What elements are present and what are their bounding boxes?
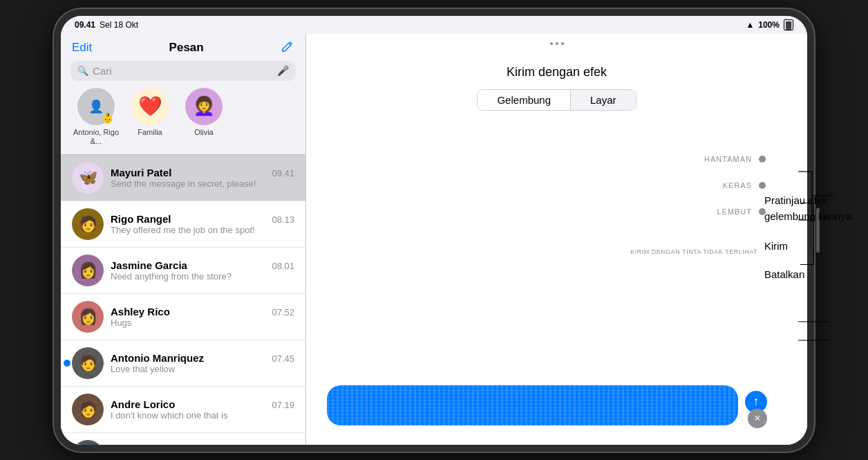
search-icon: 🔍 — [77, 66, 88, 76]
status-time: 09.41 — [75, 20, 95, 30]
annotation-preview-2: gelembung lainnya. — [764, 209, 854, 223]
compose-button[interactable] — [281, 39, 294, 57]
mic-icon[interactable]: 🎤 — [277, 65, 289, 76]
avatar: 🧔 — [72, 440, 104, 445]
battery-status: 100% — [758, 20, 780, 30]
msg-preview: Send the message in secret, please! — [111, 178, 294, 189]
annotation-cancel: Batalkan — [764, 268, 804, 280]
msg-preview: They offered me the job on the spot! — [111, 225, 294, 235]
effect-panel-title: Kirim dengan efek — [507, 65, 607, 80]
list-item[interactable]: 🧑 Andre Lorico 07.19 I don't know which … — [61, 387, 305, 433]
msg-name: Andre Lorico — [111, 398, 175, 410]
effect-item-keras[interactable]: KERAS — [723, 181, 766, 190]
avatar: 🧑 — [72, 208, 104, 240]
search-placeholder: Cari — [93, 65, 273, 77]
list-item[interactable]: 👩 Jasmine Garcia 08.01 Need anything fro… — [61, 248, 305, 294]
effect-label-lembut: LEMBUT — [717, 208, 752, 216]
pinned-contact-antonio[interactable]: 👤 👶 Antonio, Rigo &... — [72, 88, 120, 146]
avatar: 👩 — [72, 255, 104, 286]
pinned-contact-olivia[interactable]: 👩‍🦱 Olivia — [180, 88, 228, 146]
sidebar: Edit Pesan 🔍 Cari 🎤 — [61, 34, 306, 445]
list-item[interactable]: 🧑 Antonio Manriquez 07.45 Love that yell… — [61, 340, 305, 387]
wifi-icon: ▲ — [746, 20, 754, 30]
msg-preview: I don't know which one that is — [111, 410, 294, 421]
msg-preview: Need anything from the store? — [111, 271, 294, 282]
sidebar-header: Edit Pesan — [61, 34, 305, 61]
battery-icon: ▓ — [784, 19, 793, 30]
edit-button[interactable]: Edit — [72, 41, 92, 55]
list-item[interactable]: 🧔 Rody Albuerne Kemarin In an hour — [61, 433, 305, 445]
msg-time: 09.41 — [272, 168, 294, 178]
chat-area: Kirim dengan efek Gelembung Layar HANTAM… — [306, 34, 807, 445]
msg-time: 07.19 — [272, 400, 294, 410]
message-compose-area: ▓▓▓▓▓▓▓▓▓▓▓▓▓▓▓▓▓▓▓▓▓▓▓▓▓▓▓▓▓▓▓▓▓▓▓▓▓▓▓▓… — [327, 385, 738, 425]
message-bubble: ▓▓▓▓▓▓▓▓▓▓▓▓▓▓▓▓▓▓▓▓▓▓▓▓▓▓▓▓▓▓▓▓▓▓▓▓▓▓▓▓… — [327, 385, 738, 425]
avatar: 🧑 — [72, 347, 104, 379]
effect-item-hantaman[interactable]: HANTAMAN — [704, 155, 766, 163]
avatar: 🦋 — [72, 162, 104, 194]
effect-item-lembut[interactable]: LEMBUT — [717, 208, 766, 216]
pinned-label-antonio: Antonio, Rigo &... — [72, 128, 120, 146]
search-bar[interactable]: 🔍 Cari 🎤 — [70, 61, 296, 81]
msg-name: Ashley Rico — [111, 306, 170, 318]
invisible-ink-label: KIRIM DENGAN TINTA TIDAK TERLIHAT — [630, 248, 757, 255]
pinned-contacts: 👤 👶 Antonio, Rigo &... ❤️ Familia — [61, 88, 305, 154]
effect-label-hantaman: HANTAMAN — [704, 155, 752, 163]
sidebar-title: Pesan — [169, 41, 204, 55]
unread-indicator — [64, 360, 70, 367]
msg-name: Mayuri Patel — [111, 167, 171, 178]
tab-gelembung[interactable]: Gelembung — [478, 90, 570, 110]
pinned-label-olivia: Olivia — [194, 128, 214, 136]
avatar: 🧑 — [72, 394, 104, 425]
msg-time: 07.45 — [272, 353, 294, 364]
pinned-label-familia: Familia — [138, 128, 162, 136]
msg-name: Rigo Rangel — [111, 213, 171, 225]
effects-list: HANTAMAN KERAS LEMBUT — [704, 155, 766, 216]
cancel-button[interactable]: × — [748, 409, 767, 428]
tab-layar[interactable]: Layar — [570, 90, 636, 110]
msg-name: Antonio Manriquez — [111, 352, 204, 364]
more-options[interactable] — [550, 42, 564, 45]
msg-preview: Hugs — [111, 318, 294, 328]
effect-label-keras: KERAS — [723, 181, 752, 190]
status-bar: 09.41 Sel 18 Okt ▲ 100% ▓ — [61, 16, 807, 34]
list-item[interactable]: 🦋 Mayuri Patel 09.41 Send the message in… — [61, 155, 305, 201]
msg-name: Jasmine Garcia — [111, 259, 187, 271]
pinned-contact-familia[interactable]: ❤️ Familia — [126, 88, 174, 146]
msg-time: 07.52 — [272, 307, 294, 318]
list-item[interactable]: 👩 Ashley Rico 07.52 Hugs — [61, 294, 305, 340]
list-item[interactable]: 🧑 Rigo Rangel 08.13 They offered me the … — [61, 201, 305, 248]
message-list: 🦋 Mayuri Patel 09.41 Send the message in… — [61, 154, 305, 445]
msg-time: 08.13 — [272, 214, 294, 225]
msg-preview: Love that yellow — [111, 364, 294, 374]
annotation-preview: Pratinjau efek — [764, 193, 854, 208]
msg-time: 08.01 — [272, 261, 294, 271]
status-date: Sel 18 Okt — [100, 20, 138, 30]
effect-tabs: Gelembung Layar — [477, 89, 636, 111]
avatar: 👩 — [72, 301, 104, 333]
annotation-send: Kirim — [764, 240, 788, 252]
